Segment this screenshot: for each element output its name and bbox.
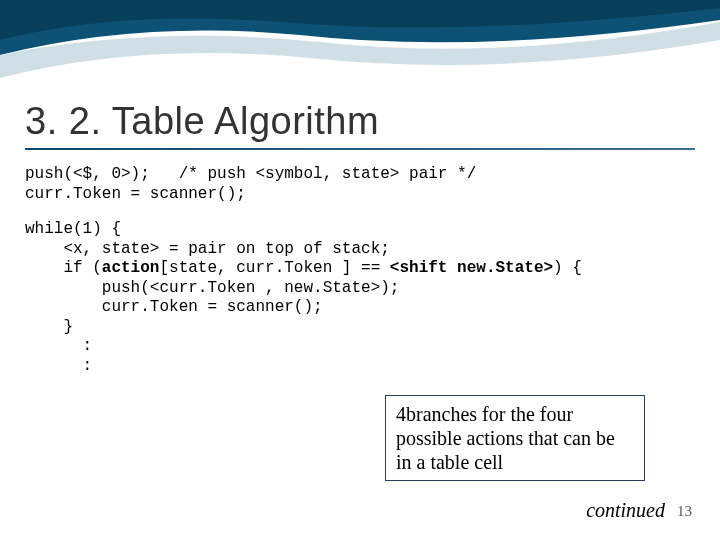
page-number: 13 — [677, 503, 692, 520]
code-line: while(1) { — [25, 220, 121, 238]
code-block-main: while(1) { <x, state> = pair on top of s… — [25, 220, 582, 376]
code-line: : — [25, 357, 92, 375]
code-line: push(<$, 0>); /* push <symbol, state> pa… — [25, 165, 476, 183]
code-line: curr.Token = scanner(); — [25, 185, 246, 203]
title-underline — [25, 148, 695, 150]
code-line: } — [25, 318, 73, 336]
header-swoosh — [0, 0, 720, 100]
continued-label: continued — [586, 499, 665, 522]
slide-title: 3. 2. Table Algorithm — [25, 100, 379, 143]
code-line: if (action[state, curr.Token ] == <shift… — [25, 259, 582, 277]
code-line: <x, state> = pair on top of stack; — [25, 240, 390, 258]
callout-box: 4branches for the four possible actions … — [385, 395, 645, 481]
code-line: push(<curr.Token , new.State>); — [25, 279, 399, 297]
code-line: : — [25, 337, 92, 355]
code-line: curr.Token = scanner(); — [25, 298, 323, 316]
code-block-top: push(<$, 0>); /* push <symbol, state> pa… — [25, 165, 476, 204]
